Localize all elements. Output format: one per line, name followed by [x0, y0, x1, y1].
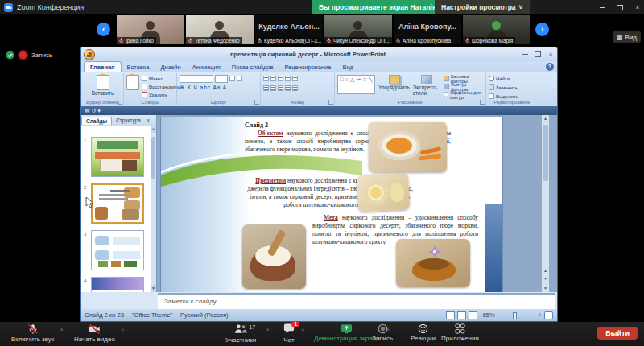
- shrink-font-icon[interactable]: [237, 76, 242, 81]
- zoom-in-icon[interactable]: +: [538, 311, 542, 319]
- paste-button[interactable]: Вставить: [85, 75, 121, 96]
- help-icon[interactable]: ?: [546, 63, 554, 71]
- chevron-up-icon[interactable]: ^: [60, 327, 63, 333]
- line-spacing-icon[interactable]: [292, 76, 298, 81]
- slide-canvas[interactable]: Слайд 2 Об'єктом наукового дослідження є…: [161, 117, 502, 292]
- chevron-up-icon[interactable]: ^: [302, 327, 304, 333]
- slide-thumbnail-2[interactable]: [91, 183, 144, 224]
- panel-close-icon[interactable]: x: [147, 117, 151, 123]
- participant-tile[interactable]: Шорнікова Марія: [463, 15, 530, 44]
- office-button[interactable]: [84, 49, 95, 60]
- font-format-buttons[interactable]: Ж К Ч abc Aa A: [180, 84, 258, 90]
- view-button[interactable]: ▦ Вид: [613, 31, 641, 43]
- indent-decrease-icon[interactable]: [278, 76, 283, 81]
- previous-slide-icon[interactable]: ▲: [542, 267, 549, 274]
- language-indicator[interactable]: Русский (Россия): [180, 311, 229, 319]
- chevron-up-icon[interactable]: ^: [122, 327, 124, 333]
- ppt-close-button[interactable]: ×: [544, 50, 557, 60]
- tab-insert[interactable]: Вставка: [122, 62, 155, 72]
- record-button[interactable]: Запись: [372, 323, 393, 342]
- scroll-down-icon[interactable]: ▼: [542, 285, 549, 292]
- tab-slideshow[interactable]: Показ слайдов: [226, 62, 279, 72]
- theme-name[interactable]: "Office Theme": [132, 311, 172, 319]
- bullets-icon[interactable]: [263, 76, 269, 81]
- participant-tile[interactable]: Тетяна Федоренко: [186, 15, 254, 44]
- reset-button[interactable]: Восстановить: [142, 83, 180, 90]
- chevron-up-icon[interactable]: ^: [266, 327, 269, 333]
- reactions-button[interactable]: Реакции: [411, 323, 436, 342]
- scroll-left-button[interactable]: ‹: [97, 23, 110, 36]
- slide-thumbnail-1[interactable]: [91, 137, 144, 177]
- participant-tile[interactable]: Куделко Альон... Куделко Альона(СП-3...: [255, 15, 323, 44]
- unmute-button[interactable]: Включить звук ^: [11, 323, 54, 343]
- scroll-down-icon[interactable]: ▼: [151, 285, 156, 292]
- scroll-thumb[interactable]: [543, 125, 548, 181]
- dialog-launcher-icon[interactable]: [328, 100, 333, 105]
- scroll-right-button[interactable]: ›: [535, 23, 549, 36]
- justify-icon[interactable]: [285, 85, 291, 91]
- chat-button[interactable]: 1 Чат ^: [283, 323, 295, 344]
- quick-styles-button[interactable]: Экспресс-стили: [413, 75, 441, 96]
- share-screen-button[interactable]: Демонстрация экрана ^: [314, 323, 380, 342]
- close-button[interactable]: ×: [630, 0, 644, 14]
- dialog-launcher-icon[interactable]: [480, 100, 485, 105]
- panel-tab-slides[interactable]: Слайды: [81, 117, 112, 125]
- new-slide-button[interactable]: [126, 75, 139, 98]
- record-dot-icon[interactable]: [18, 50, 28, 60]
- tab-design[interactable]: Дизайн: [155, 62, 186, 72]
- participants-button[interactable]: 17 Участники ^: [225, 323, 256, 344]
- participant-tile[interactable]: Чикун Олександр ОП...: [324, 15, 392, 44]
- scroll-up-icon[interactable]: ▲: [542, 115, 549, 122]
- ppt-restore-button[interactable]: [531, 50, 544, 60]
- find-button[interactable]: Найти: [489, 75, 535, 82]
- restore-button[interactable]: [612, 0, 628, 14]
- panel-tab-outline[interactable]: Структура: [112, 117, 145, 124]
- slideshow-icon[interactable]: [469, 311, 477, 319]
- next-slide-icon[interactable]: ▼: [542, 275, 549, 282]
- scroll-up-icon[interactable]: ▲: [151, 126, 156, 133]
- zoom-out-icon[interactable]: −: [497, 311, 502, 319]
- tab-animations[interactable]: Анимация: [187, 62, 226, 72]
- qat-icons[interactable]: ▤ ↺ ▾: [85, 108, 101, 114]
- quick-access-toolbar[interactable]: ▤ ↺ ▾: [80, 106, 557, 115]
- notes-pane[interactable]: Заметки к слайду: [158, 293, 555, 309]
- dialog-launcher-icon[interactable]: [254, 100, 259, 105]
- fit-to-window-icon[interactable]: [544, 311, 553, 319]
- slide-thumbnail-3[interactable]: [91, 230, 144, 270]
- start-video-button[interactable]: Начать видео ^: [74, 323, 115, 343]
- apps-button[interactable]: Приложения: [441, 323, 479, 342]
- dialog-launcher-icon[interactable]: [118, 100, 122, 105]
- view-settings-button[interactable]: Настройки просмотра ˅: [435, 0, 530, 14]
- numbering-icon[interactable]: [270, 76, 276, 81]
- tab-home[interactable]: Главная: [84, 61, 122, 72]
- layout-button[interactable]: Макет: [142, 75, 180, 82]
- slide-sorter-icon[interactable]: [457, 311, 466, 319]
- ppt-minimize-button[interactable]: [518, 50, 531, 60]
- leave-button[interactable]: Выйти: [597, 327, 638, 340]
- replace-button[interactable]: Заменить: [489, 84, 535, 91]
- align-center-icon[interactable]: [270, 85, 276, 91]
- panel-scrollbar[interactable]: ▲ ▼: [151, 126, 156, 292]
- shape-effects-button[interactable]: Эффекты для фигур: [444, 91, 483, 98]
- participant-tile[interactable]: Ірина Гойко: [117, 15, 184, 44]
- participant-tile[interactable]: Аліна Кровопу... Аліна Кровопускова: [394, 15, 461, 44]
- font-size-select[interactable]: [215, 75, 228, 83]
- tab-review[interactable]: Рецензирование: [279, 62, 336, 72]
- arrange-button[interactable]: Упорядочить: [378, 75, 410, 90]
- zoom-slider-thumb[interactable]: [513, 312, 517, 319]
- select-button[interactable]: Выделить: [489, 93, 535, 100]
- zoom-slider[interactable]: [503, 315, 535, 315]
- grow-font-icon[interactable]: [229, 76, 235, 81]
- align-left-icon[interactable]: [263, 85, 269, 91]
- columns-icon[interactable]: [292, 85, 298, 91]
- align-right-icon[interactable]: [278, 85, 283, 91]
- scroll-thumb[interactable]: [151, 137, 155, 179]
- indent-increase-icon[interactable]: [285, 76, 291, 81]
- minimize-button[interactable]: [594, 0, 610, 14]
- font-name-select[interactable]: [180, 75, 213, 83]
- editor-scrollbar[interactable]: ▲ ▲ ▼ ▼: [542, 115, 549, 292]
- tab-view[interactable]: Вид: [336, 62, 359, 72]
- delete-button[interactable]: Удалить: [142, 91, 180, 98]
- slide-thumbnail-4[interactable]: [91, 277, 144, 292]
- shapes-gallery[interactable]: □ ○ △ ⇒ ☆ ╲: [337, 75, 375, 94]
